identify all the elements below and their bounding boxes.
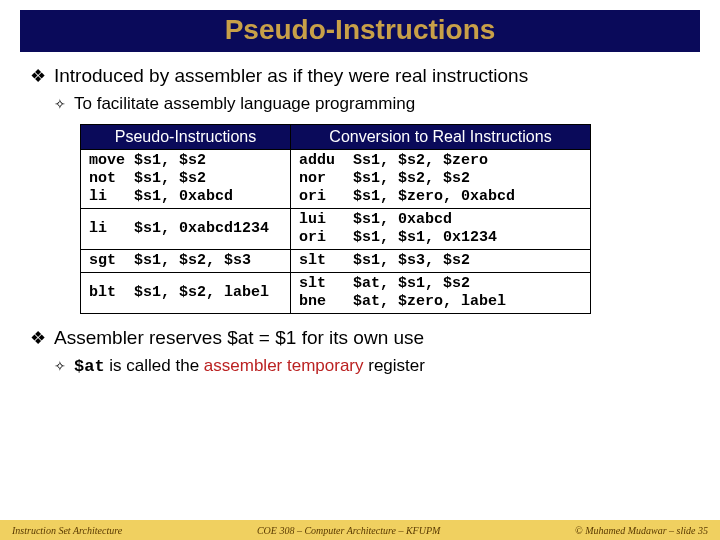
slide-content: ❖ Introduced by assembler as if they wer… (0, 52, 720, 377)
slide-title: Pseudo-Instructions (225, 14, 496, 45)
pseudo-cell: move $s1, $s2 not $s1, $s2 li $s1, 0xabc… (81, 150, 291, 209)
slide-footer: Instruction Set Architecture COE 308 – C… (0, 520, 720, 540)
bullet-1-text: Introduced by assembler as if they were … (54, 64, 528, 88)
table-row: li $s1, 0xabcd1234 lui $s1, 0xabcd ori $… (81, 209, 591, 250)
table-row: move $s1, $s2 not $s1, $s2 li $s1, 0xabc… (81, 150, 591, 209)
title-bar: Pseudo-Instructions (20, 10, 700, 52)
real-cell: lui $s1, 0xabcd ori $s1, $s1, 0x1234 (291, 209, 591, 250)
footer-left: Instruction Set Architecture (12, 525, 122, 536)
pseudo-cell: sgt $s1, $s2, $s3 (81, 250, 291, 273)
diamond-icon: ❖ (30, 326, 46, 350)
th-real: Conversion to Real Instructions (291, 125, 591, 150)
table-row: sgt $s1, $s2, $s3 slt $s1, $s3, $s2 (81, 250, 591, 273)
diamond-icon: ✧ (54, 356, 66, 376)
code-at: $at (74, 357, 105, 376)
bullet-1: ❖ Introduced by assembler as if they wer… (30, 64, 690, 88)
diamond-icon: ❖ (30, 64, 46, 88)
highlight-term: assembler temporary (204, 356, 364, 375)
bullet-2: ❖ Assembler reserves $at = $1 for its ow… (30, 326, 690, 350)
table-row: blt $s1, $s2, label slt $at, $s1, $s2 bn… (81, 273, 591, 314)
instruction-table: Pseudo-Instructions Conversion to Real I… (80, 124, 591, 314)
pseudo-cell: li $s1, 0xabcd1234 (81, 209, 291, 250)
bullet-1-sub: ✧ To facilitate assembly language progra… (30, 94, 690, 114)
real-cell: addu Ss1, $s2, $zero nor $s1, $s2, $s2 o… (291, 150, 591, 209)
pseudo-cell: blt $s1, $s2, label (81, 273, 291, 314)
bullet-2-sub-text: $at is called the assembler temporary re… (74, 356, 425, 377)
footer-center: COE 308 – Computer Architecture – KFUPM (257, 525, 441, 536)
bullet-2-text: Assembler reserves $at = $1 for its own … (54, 326, 424, 350)
diamond-icon: ✧ (54, 94, 66, 114)
real-cell: slt $at, $s1, $s2 bne $at, $zero, label (291, 273, 591, 314)
bullet-1-sub-text: To facilitate assembly language programm… (74, 94, 415, 114)
real-cell: slt $s1, $s3, $s2 (291, 250, 591, 273)
th-pseudo: Pseudo-Instructions (81, 125, 291, 150)
bullet-2-sub: ✧ $at is called the assembler temporary … (30, 356, 690, 377)
footer-right: © Muhamed Mudawar – slide 35 (575, 525, 708, 536)
